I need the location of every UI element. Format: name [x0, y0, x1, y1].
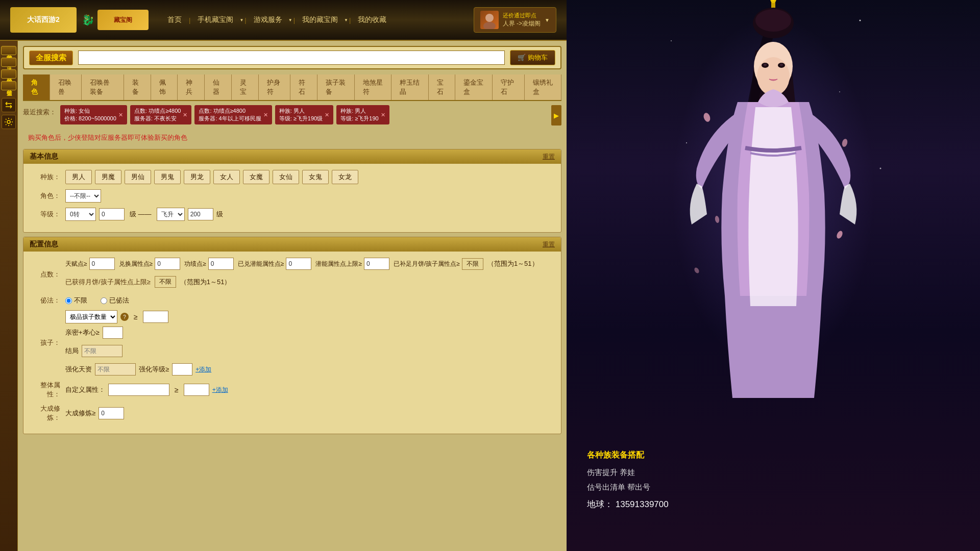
jieju-input[interactable]	[82, 345, 122, 357]
basic-info-header: 基本信息 重置	[23, 149, 561, 164]
race-btn-1[interactable]: 男魔	[95, 170, 121, 184]
tab-summon[interactable]: 召唤兽	[50, 74, 82, 100]
role-select[interactable]: --不限--	[65, 189, 101, 203]
tab-fushi[interactable]: 符石	[290, 74, 317, 100]
fafa-unlimited-radio-label[interactable]: 不限	[65, 296, 87, 305]
race-btn-0[interactable]: 男人	[65, 170, 92, 184]
exchange-icon[interactable]	[2, 98, 16, 112]
race-btn-6[interactable]: 女魔	[243, 170, 270, 184]
custom-add-btn[interactable]: +添加	[212, 386, 228, 394]
sidebar-item-history[interactable]: 足迹	[1, 58, 16, 67]
custom-attr-label: 整体属性：	[30, 381, 60, 399]
sidebar-item-favorites[interactable]: 我的收藏	[1, 46, 16, 55]
sidebar-item-counteroffer[interactable]: 我的还价	[1, 69, 16, 79]
settings-icon[interactable]	[2, 115, 16, 129]
close-icon-4[interactable]: ✕	[381, 112, 385, 118]
tab-summon-equip[interactable]: 召唤兽装备	[82, 74, 124, 100]
search-input[interactable]	[78, 51, 505, 65]
tab-shenbing[interactable]: 神兵	[178, 74, 205, 100]
svg-point-18	[780, 64, 783, 66]
close-icon-1[interactable]: ✕	[183, 112, 187, 118]
tab-shouhushi[interactable]: 守护石	[493, 74, 525, 100]
svg-point-21	[841, 138, 848, 147]
tab-accessory[interactable]: 佩饰	[151, 74, 178, 100]
level-to-select[interactable]: 飞升转生	[157, 208, 185, 221]
tab-lingbao[interactable]: 灵宝	[232, 74, 259, 100]
role-label: 角色：	[30, 191, 60, 201]
tab-diasha[interactable]: 地煞星符	[355, 74, 392, 100]
dacheng-content: 大成修炼≥	[65, 407, 124, 419]
tab-hushenfu[interactable]: 护身符	[259, 74, 291, 100]
tab-xianqi[interactable]: 仙器	[205, 74, 232, 100]
strengthen-add-btn[interactable]: +添加	[195, 365, 211, 374]
svg-point-17	[764, 64, 767, 66]
nav-game-service[interactable]: 游戏服务 ▼	[248, 13, 292, 27]
sidebar-item-appraise[interactable]: 估价鉴宝	[1, 81, 16, 90]
buzu-nolimit-btn[interactable]: 不限	[462, 258, 483, 270]
close-icon-0[interactable]: ✕	[118, 112, 123, 118]
gongji-input[interactable]	[208, 258, 234, 270]
strengthen-tianzhi-input[interactable]	[95, 363, 136, 375]
user-area[interactable]: 还价通过即点 人界 ->凌烟阁 ▼	[474, 7, 556, 33]
nav-favorites[interactable]: 我的收藏	[352, 13, 393, 27]
svg-point-12	[755, 9, 791, 32]
recent-nav-button[interactable]: ▶	[551, 105, 561, 126]
fafa-unlimited-radio[interactable]	[65, 297, 72, 304]
nav-mobile[interactable]: 手机藏宝阁 ▼	[191, 13, 243, 27]
points-tianfu: 天赋点≥	[65, 258, 115, 270]
config-info-reset[interactable]: 重置	[543, 240, 555, 249]
yidui-input[interactable]	[286, 258, 311, 270]
right-info-phone: 地球： 13591339700	[587, 498, 669, 510]
nav-my-site[interactable]: 我的藏宝阁 ▼	[296, 13, 348, 27]
tab-child-equip[interactable]: 孩子装备	[317, 74, 355, 100]
tab-role[interactable]: 角色	[23, 74, 50, 100]
close-icon-3[interactable]: ✕	[325, 112, 329, 118]
tianfu-input[interactable]	[89, 258, 115, 270]
tab-cuiyu[interactable]: 粹玉结晶	[391, 74, 429, 100]
search-label: 全服搜索	[29, 51, 73, 65]
svg-point-7	[880, 168, 881, 169]
fafa-already-radio-label[interactable]: 已佖法	[101, 296, 129, 305]
cart-button[interactable]: 🛒 购物车	[510, 50, 555, 65]
race-btn-4[interactable]: 男龙	[184, 170, 210, 184]
fafa-label: 佖法：	[30, 296, 60, 305]
svg-point-23	[836, 230, 844, 240]
top-nav: 大话西游2 🐉 藏宝阁 首页 | 手机藏宝阁 ▼ | 游戏服务 ▼ | 我的藏宝	[0, 0, 567, 41]
recent-label: 最近搜索：	[23, 105, 56, 117]
race-btn-9[interactable]: 女龙	[332, 170, 358, 184]
qinmi-input[interactable]	[103, 327, 123, 339]
tab-xianxiu[interactable]: 镶绣礼盒	[525, 74, 562, 100]
gotten-nolimit-btn[interactable]: 不限	[155, 276, 176, 288]
dacheng-input[interactable]	[99, 407, 124, 419]
tab-equip[interactable]: 装备	[124, 74, 151, 100]
race-btn-8[interactable]: 女鬼	[302, 170, 329, 184]
race-btn-7[interactable]: 女仙	[273, 170, 299, 184]
avatar	[480, 11, 499, 29]
tab-baoshi[interactable]: 宝石	[429, 74, 456, 100]
level-zhuan-select[interactable]: 0转1转2转3转4转5转	[65, 208, 96, 221]
race-btn-5[interactable]: 女人	[213, 170, 240, 184]
nav-links: 首页 | 手机藏宝阁 ▼ | 游戏服务 ▼ | 我的藏宝阁 ▼ | 我的收藏	[161, 13, 466, 27]
child-value-input[interactable]	[143, 311, 168, 323]
points-row: 点数： 天赋点≥ 兑换属性点≥	[30, 258, 555, 291]
tabs-row: 角色 召唤兽 召唤兽装备 装备 佩饰 神兵 仙器 灵宝 护身符 符石 孩子装备 …	[23, 74, 561, 101]
level-max-input[interactable]	[188, 208, 213, 220]
custom-attr-input[interactable]	[108, 384, 169, 396]
help-icon[interactable]: ?	[120, 313, 129, 321]
level-min-input[interactable]	[99, 208, 125, 220]
race-btn-2[interactable]: 男仙	[125, 170, 151, 184]
duihuan-input[interactable]	[155, 258, 180, 270]
qianneng-input[interactable]	[364, 258, 389, 270]
custom-value-input[interactable]	[184, 384, 209, 396]
race-btn-3[interactable]: 男鬼	[154, 170, 181, 184]
nav-home[interactable]: 首页	[161, 13, 188, 27]
child-type-select[interactable]: 极品孩子数量孩子数量特定孩子	[65, 310, 117, 323]
points-yidui: 已兑潜能属性点≥	[238, 258, 312, 270]
fafa-already-radio[interactable]	[101, 297, 107, 304]
fafa-row: 佖法： 不限 已佖法	[30, 296, 555, 305]
tab-liujin[interactable]: 鎏金宝盒	[455, 74, 493, 100]
close-icon-2[interactable]: ✕	[263, 112, 268, 118]
right-panel-info: 各种族装备搭配 伤害提升 养娃 估号出清单 帮出号 地球： 1359133970…	[587, 450, 669, 510]
strengthen-level-input[interactable]	[172, 363, 192, 375]
basic-info-reset[interactable]: 重置	[543, 153, 555, 161]
